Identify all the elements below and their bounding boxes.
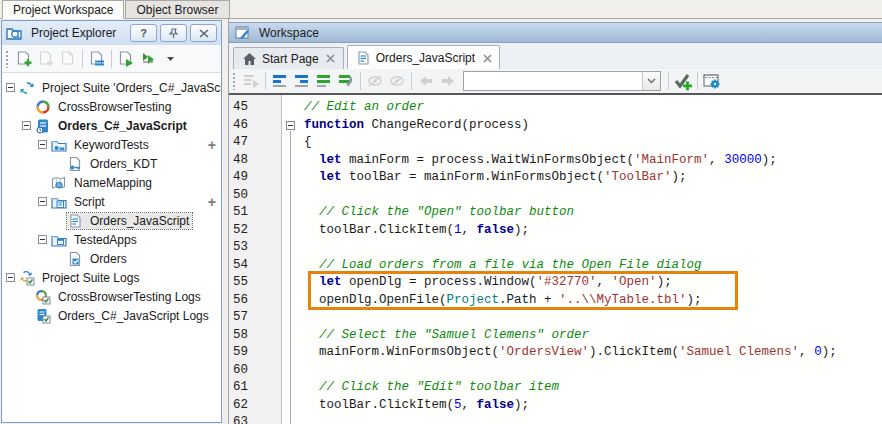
code-line-60[interactable] bbox=[300, 362, 882, 380]
top-tab-object-browser[interactable]: Object Browser bbox=[125, 0, 229, 18]
project-explorer-toolbar bbox=[2, 45, 221, 73]
tree-expander-icon[interactable] bbox=[6, 273, 15, 282]
tree-item-label: NameMapping bbox=[71, 175, 155, 191]
editor-tab-orders-javascript[interactable]: Orders_JavaScript bbox=[347, 45, 500, 70]
top-tab-project-workspace[interactable]: Project Workspace bbox=[2, 0, 124, 19]
tree-expander-icon[interactable] bbox=[38, 235, 47, 244]
code-line-48[interactable]: let mainForm = process.WaitWinFormsObjec… bbox=[300, 152, 882, 170]
line-number: 56 bbox=[229, 292, 281, 310]
add-item-plus-icon[interactable]: + bbox=[208, 195, 216, 209]
code-line-51[interactable]: // Click the "Open" toolbar button bbox=[300, 204, 882, 222]
close-icon[interactable] bbox=[190, 24, 217, 42]
code-area[interactable]: // Edit an orderfunction ChangeRecord(pr… bbox=[300, 95, 882, 424]
add-to-tasks-icon[interactable] bbox=[672, 70, 694, 92]
symbol-combobox-input[interactable] bbox=[464, 72, 642, 90]
indent-increase-icon[interactable] bbox=[291, 70, 313, 92]
run-options-caret-icon[interactable] bbox=[159, 48, 181, 70]
tree-item-orders-kdt[interactable]: Orders_KDT bbox=[2, 154, 221, 173]
help-button[interactable]: ? bbox=[130, 24, 157, 42]
code-line-59[interactable]: mainForm.WinFormsObject('OrdersView').Cl… bbox=[300, 344, 882, 362]
tree-item-crossbrowsertesting-logs[interactable]: CrossBrowserTesting Logs bbox=[2, 287, 221, 306]
pin-button[interactable] bbox=[160, 24, 187, 42]
workspace-header: Workspace bbox=[229, 22, 882, 43]
project-explorer-header: Project Explorer ? bbox=[2, 21, 221, 45]
code-line-58[interactable]: // Select the "Samuel Clemens" order bbox=[300, 327, 882, 345]
code-line-45[interactable]: // Edit an order bbox=[300, 99, 882, 117]
tree-item-testedapps[interactable]: TestedApps bbox=[2, 230, 221, 249]
run-project-icon[interactable] bbox=[115, 48, 137, 70]
code-line-57[interactable] bbox=[300, 309, 882, 327]
tree-item-orders[interactable]: Orders bbox=[2, 249, 221, 268]
workspace-title: Workspace bbox=[259, 26, 319, 40]
tree-item-namemapping[interactable]: NameMapping bbox=[2, 173, 221, 192]
tree-item-label: Orders_JavaScript bbox=[87, 213, 192, 229]
fold-collapse-icon[interactable] bbox=[286, 121, 295, 130]
code-line-52[interactable]: toolBar.ClickItem(1, false); bbox=[300, 222, 882, 240]
code-line-47[interactable]: { bbox=[300, 134, 882, 152]
line-number: 54 bbox=[229, 257, 281, 275]
code-line-54[interactable]: // Load orders from a file via the Open … bbox=[300, 257, 882, 275]
code-line-50[interactable] bbox=[300, 187, 882, 205]
tree-item-label: Orders bbox=[87, 251, 130, 267]
tree-item-project-suite-logs[interactable]: Project Suite Logs bbox=[2, 268, 221, 287]
toolbar-separator bbox=[697, 72, 698, 90]
line-number: 59 bbox=[229, 344, 281, 362]
combobox-dropdown-icon[interactable] bbox=[642, 72, 660, 90]
run-test-icon[interactable] bbox=[137, 48, 159, 70]
tree-item-project-suite-orders-c-javascript-[interactable]: Project Suite 'Orders_C#_JavaScript' bbox=[2, 78, 221, 97]
project bbox=[35, 118, 51, 134]
add-item-plus-icon[interactable]: + bbox=[208, 138, 216, 152]
add-existing-item-icon[interactable] bbox=[86, 48, 108, 70]
explorer-toolbar-grip[interactable] bbox=[5, 50, 10, 68]
editor-tab-label: Start Page bbox=[262, 52, 319, 66]
line-number: 51 bbox=[229, 204, 281, 222]
project-explorer-title: Project Explorer bbox=[31, 26, 127, 40]
editor-toolbar-grip[interactable] bbox=[232, 72, 237, 90]
workspace-icon bbox=[234, 25, 250, 41]
tree-item-label: KeywordTests bbox=[71, 137, 152, 153]
workspace-panel: Workspace Start PageOrders_JavaScript 45… bbox=[228, 19, 882, 424]
code-line-63[interactable] bbox=[300, 414, 882, 424]
code-line-61[interactable]: // Click the "Edit" toolbar item bbox=[300, 379, 882, 397]
line-number: 46 bbox=[229, 117, 281, 135]
tree-expander-icon[interactable] bbox=[38, 197, 47, 206]
code-line-55[interactable]: let openDlg = process.Window('#32770', '… bbox=[300, 274, 882, 292]
hide-region-icon bbox=[364, 70, 386, 92]
tree-item-script[interactable]: Script+ bbox=[2, 192, 221, 211]
code-line-46[interactable]: function ChangeRecord(process) bbox=[300, 117, 882, 135]
comment-block-icon[interactable] bbox=[313, 70, 335, 92]
tree-item-orders-javascript[interactable]: Orders_JavaScript bbox=[2, 211, 221, 230]
line-number: 47 bbox=[229, 134, 281, 152]
run-current-routine-icon bbox=[240, 70, 262, 92]
project-explorer-icon bbox=[6, 25, 22, 41]
line-number: 50 bbox=[229, 187, 281, 205]
line-number: 60 bbox=[229, 362, 281, 380]
tree-item-orders-c-javascript-logs[interactable]: Orders_C#_JavaScript Logs bbox=[2, 306, 221, 325]
uncomment-block-icon[interactable] bbox=[335, 70, 357, 92]
tree-item-keywordtests[interactable]: KeywordTests+ bbox=[2, 135, 221, 154]
editor-tab-start-page[interactable]: Start Page bbox=[233, 47, 344, 69]
tree-expander-icon[interactable] bbox=[38, 140, 47, 149]
log-suite bbox=[19, 270, 35, 286]
code-folding-margin bbox=[282, 95, 300, 424]
tree-item-crossbrowsertesting[interactable]: CrossBrowserTesting bbox=[2, 97, 221, 116]
tree-item-label: Orders_C#_JavaScript Logs bbox=[55, 308, 212, 324]
code-line-62[interactable]: toolBar.ClickItem(5, false); bbox=[300, 397, 882, 415]
tree-item-label: CrossBrowserTesting Logs bbox=[55, 289, 204, 305]
indent-decrease-icon[interactable] bbox=[269, 70, 291, 92]
close-tab-icon[interactable] bbox=[326, 54, 336, 64]
code-line-53[interactable] bbox=[300, 239, 882, 257]
top-tab-strip: Project WorkspaceObject Browser bbox=[0, 0, 882, 19]
new-item-icon bbox=[35, 48, 57, 70]
tree-expander-icon[interactable] bbox=[22, 121, 31, 130]
symbol-combobox[interactable] bbox=[463, 71, 661, 91]
code-line-56[interactable]: openDlg.OpenFile(Project.Path + '..\\MyT… bbox=[300, 292, 882, 310]
tree-item-orders-c-javascript[interactable]: Orders_C#_JavaScript bbox=[2, 116, 221, 135]
tree-item-label: Project Suite Logs bbox=[39, 270, 142, 286]
tree-expander-icon[interactable] bbox=[6, 83, 15, 92]
code-editor[interactable]: 45464748495051525354555657585960616263 /… bbox=[229, 95, 882, 424]
code-line-49[interactable]: let toolBar = mainForm.WinFormsObject('T… bbox=[300, 169, 882, 187]
add-new-item-icon[interactable] bbox=[13, 48, 35, 70]
editor-options-icon[interactable] bbox=[701, 70, 723, 92]
close-tab-icon[interactable] bbox=[482, 53, 492, 63]
